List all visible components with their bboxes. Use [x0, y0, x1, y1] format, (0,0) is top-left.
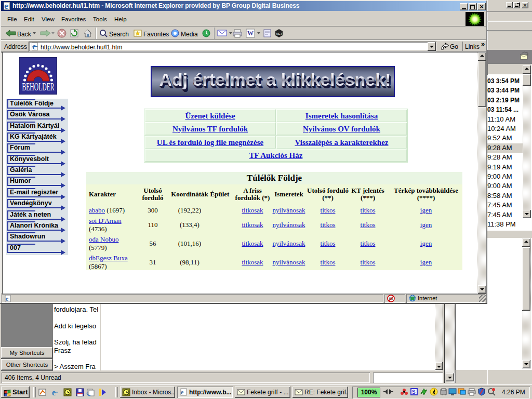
svg-text:NET: NET — [276, 32, 283, 35]
svg-text:BEHOLDER: BEHOLDER — [22, 82, 55, 93]
svg-text:W: W — [247, 30, 254, 37]
svg-text:e: e — [181, 389, 184, 396]
svg-text:e: e — [6, 295, 9, 302]
svg-text:S: S — [412, 389, 416, 395]
